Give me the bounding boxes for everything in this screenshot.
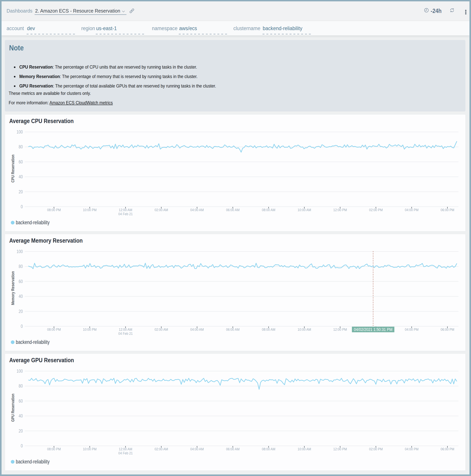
svg-text:10:00 PM: 10:00 PM: [83, 327, 97, 332]
svg-text:08:00 AM: 08:00 AM: [262, 208, 275, 212]
svg-text:06:00 AM: 06:00 AM: [226, 327, 240, 332]
svg-text:40: 40: [19, 414, 23, 418]
svg-text:08:00 AM: 08:00 AM: [262, 447, 275, 451]
svg-text:80: 80: [19, 144, 23, 149]
svg-text:0: 0: [21, 443, 23, 448]
svg-text:06:00 AM: 06:00 AM: [226, 208, 240, 212]
svg-text:12:00 AM: 12:00 AM: [119, 208, 132, 212]
svg-text:60: 60: [19, 399, 23, 403]
svg-text:04:00 PM: 04:00 PM: [405, 447, 419, 451]
svg-text:20: 20: [19, 189, 23, 194]
svg-text:10:00 PM: 10:00 PM: [83, 208, 97, 212]
svg-text:40: 40: [19, 174, 23, 179]
svg-text:04:00 AM: 04:00 AM: [190, 208, 204, 212]
svg-text:02:00 AM: 02:00 AM: [155, 208, 168, 212]
svg-text:06:00 PM: 06:00 PM: [441, 447, 455, 451]
svg-text:0: 0: [21, 204, 23, 209]
svg-text:10:00 PM: 10:00 PM: [83, 447, 97, 451]
svg-text:08:00 AM: 08:00 AM: [262, 327, 275, 332]
svg-text:100: 100: [16, 129, 23, 134]
svg-text:10:00 AM: 10:00 AM: [298, 447, 311, 451]
svg-text:100: 100: [16, 369, 23, 374]
svg-text:06:00 PM: 06:00 PM: [441, 327, 455, 332]
svg-text:04:00 PM: 04:00 PM: [405, 208, 419, 212]
svg-text:04:00 PM: 04:00 PM: [405, 327, 419, 332]
svg-text:10:00 AM: 10:00 AM: [298, 208, 311, 212]
svg-text:08:00 PM: 08:00 PM: [47, 208, 61, 212]
svg-text:04/02/2021 1:50:31 PM: 04/02/2021 1:50:31 PM: [354, 327, 392, 332]
svg-text:04 Feb 21: 04 Feb 21: [118, 332, 133, 336]
svg-text:04:00 AM: 04:00 AM: [190, 447, 204, 451]
svg-text:04 Feb 21: 04 Feb 21: [118, 451, 133, 455]
svg-text:02:00 PM: 02:00 PM: [369, 208, 383, 212]
svg-text:08:00 PM: 08:00 PM: [47, 447, 61, 451]
svg-text:12:00 PM: 12:00 PM: [333, 327, 347, 332]
svg-text:02:00 AM: 02:00 AM: [155, 447, 168, 451]
svg-text:02:00 PM: 02:00 PM: [369, 447, 383, 451]
svg-text:60: 60: [19, 159, 23, 164]
svg-text:06:00 PM: 06:00 PM: [441, 208, 455, 212]
svg-text:80: 80: [19, 264, 23, 269]
svg-text:04:00 AM: 04:00 AM: [190, 327, 204, 332]
svg-text:20: 20: [19, 428, 23, 433]
svg-text:20: 20: [19, 309, 23, 314]
svg-text:04 Feb 21: 04 Feb 21: [118, 212, 133, 216]
svg-text:02:00 AM: 02:00 AM: [155, 327, 168, 332]
svg-text:12:00 AM: 12:00 AM: [119, 327, 132, 332]
svg-text:40: 40: [19, 294, 23, 299]
svg-text:12:00 AM: 12:00 AM: [119, 447, 132, 451]
svg-text:12:00 PM: 12:00 PM: [333, 447, 347, 451]
svg-text:100: 100: [16, 249, 23, 254]
svg-text:08:00 PM: 08:00 PM: [47, 327, 61, 332]
svg-text:10:00 AM: 10:00 AM: [298, 327, 311, 332]
svg-text:0: 0: [21, 324, 23, 329]
svg-text:60: 60: [19, 279, 23, 284]
svg-text:12:00 PM: 12:00 PM: [333, 208, 347, 212]
svg-text:80: 80: [19, 384, 23, 389]
svg-text:06:00 AM: 06:00 AM: [226, 447, 240, 451]
